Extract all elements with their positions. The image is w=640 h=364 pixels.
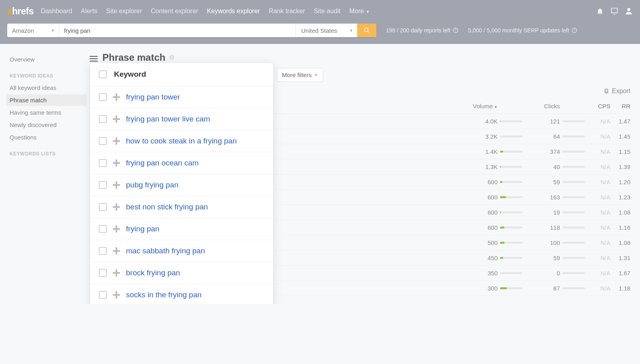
cell-clicks: 163	[524, 194, 560, 201]
search-button[interactable]	[357, 24, 376, 37]
search-box: Amazon ▼ United States ▼	[7, 24, 376, 37]
keyword-checkbox[interactable]	[99, 247, 107, 255]
user-icon[interactable]	[625, 7, 633, 15]
keyword-link[interactable]: pubg frying pan	[126, 181, 178, 189]
col-cps[interactable]: CPS	[586, 103, 610, 109]
export-button[interactable]: Export	[603, 88, 630, 95]
nav-item-more[interactable]: More ▼	[349, 8, 370, 15]
keyword-link[interactable]: frying pan	[126, 225, 159, 233]
add-keyword-button[interactable]	[112, 137, 120, 145]
keyword-checkbox[interactable]	[99, 181, 107, 189]
keyword-link[interactable]: frying pan ocean cam	[126, 159, 199, 167]
svg-text:?: ?	[574, 29, 576, 32]
cell-rr: 1.20	[610, 179, 630, 185]
nav-item-site-audit[interactable]: Site audit	[314, 8, 341, 15]
brand-logo[interactable]: ahrefs	[7, 6, 34, 17]
chevron-down-icon: ▼	[349, 28, 353, 33]
add-keyword-button[interactable]	[112, 93, 120, 101]
keyword-checkbox[interactable]	[99, 291, 107, 299]
nav-item-content-explorer[interactable]: Content explorer	[151, 8, 198, 15]
keyword-row: brock frying pan	[90, 262, 273, 284]
keyword-link[interactable]: brock frying pan	[126, 269, 180, 277]
sidebar-item-questions[interactable]: Questions	[6, 131, 86, 143]
cell-clicks: 118	[524, 224, 560, 231]
col-clicks[interactable]: Clicks	[524, 103, 560, 109]
bell-icon[interactable]	[596, 7, 604, 15]
keyword-checkbox[interactable]	[99, 203, 107, 211]
engine-select[interactable]: Amazon ▼	[7, 24, 59, 37]
nav-item-alerts[interactable]: Alerts	[81, 8, 97, 15]
help-icon[interactable]: ?	[453, 28, 458, 33]
clicks-bar	[562, 181, 585, 183]
content-area: Phrase match ? More filters ▼ Export Vol…	[86, 44, 640, 304]
keyword-link[interactable]: frying pan tower live cam	[126, 115, 210, 123]
keyword-link[interactable]: best non stick frying pan	[126, 203, 208, 211]
keyword-row: frying pan	[90, 218, 273, 240]
nav-item-dashboard[interactable]: Dashboard	[41, 8, 72, 15]
page-title: Phrase match ?	[102, 52, 175, 63]
sidebar-item-all-keyword-ideas[interactable]: All keyword ideas	[6, 82, 86, 93]
usage-daily: 199 / 200 daily reports left ?	[386, 27, 458, 34]
top-nav: DashboardAlertsSite explorerContent expl…	[41, 8, 596, 15]
sidebar-item-overview[interactable]: Overview	[6, 54, 86, 65]
volume-bar	[500, 272, 522, 274]
hamburger-icon[interactable]	[90, 54, 98, 61]
add-keyword-button[interactable]	[112, 247, 120, 255]
monitor-icon[interactable]	[610, 7, 618, 15]
keyword-checkbox[interactable]	[99, 269, 107, 277]
cell-volume: 500	[462, 239, 498, 246]
add-keyword-button[interactable]	[112, 291, 120, 299]
keyword-checkbox[interactable]	[99, 115, 107, 123]
sidebar-item-phrase-match[interactable]: Phrase match	[6, 94, 86, 106]
keyword-link[interactable]: how to cook steak in a frying pan	[126, 137, 237, 145]
keyword-row: how to cook steak in a frying pan	[90, 130, 273, 152]
keyword-row: frying pan tower	[90, 86, 273, 108]
volume-bar	[500, 242, 522, 244]
sidebar-item-having-same-terms[interactable]: Having same terms	[6, 107, 86, 118]
keyword-checkbox[interactable]	[99, 225, 107, 233]
cell-volume: 600	[462, 194, 498, 201]
add-keyword-button[interactable]	[112, 203, 120, 211]
keyword-checkbox[interactable]	[99, 93, 107, 101]
usage-monthly: 5,000 / 5,000 monthly SERP updates left …	[468, 27, 577, 34]
country-select[interactable]: United States ▼	[295, 24, 357, 37]
keyword-row: best non stick frying pan	[90, 196, 273, 218]
add-keyword-button[interactable]	[112, 225, 120, 233]
add-keyword-button[interactable]	[112, 181, 120, 189]
add-keyword-button[interactable]	[112, 159, 120, 167]
more-filters-button[interactable]: More filters ▼	[277, 68, 323, 82]
keyword-checkbox[interactable]	[99, 137, 107, 145]
page-header: Phrase match ?	[90, 52, 634, 63]
more-filters-label: More filters	[282, 72, 312, 78]
cell-cps: N/A	[586, 209, 610, 216]
select-all-checkbox[interactable]	[99, 70, 107, 78]
add-keyword-button[interactable]	[112, 269, 120, 277]
help-icon[interactable]: ?	[169, 54, 175, 60]
sort-desc-icon: ▼	[494, 105, 498, 109]
nav-item-site-explorer[interactable]: Site explorer	[106, 8, 142, 15]
help-icon[interactable]: ?	[572, 28, 577, 33]
cell-clicks: 64	[524, 133, 560, 140]
cell-cps: N/A	[586, 255, 610, 261]
cell-clicks: 40	[524, 163, 560, 170]
keyword-link[interactable]: frying pan tower	[126, 93, 180, 101]
add-keyword-button[interactable]	[112, 115, 120, 123]
sidebar-heading-lists: KEYWORDS LISTS	[6, 144, 86, 160]
keyword-link[interactable]: socks in the frying pan	[126, 290, 202, 299]
cell-cps: N/A	[586, 133, 610, 140]
clicks-bar	[562, 227, 585, 229]
col-rr[interactable]: RR	[610, 103, 630, 109]
clicks-bar	[562, 242, 585, 244]
nav-item-keywords-explorer[interactable]: Keywords explorer	[207, 8, 260, 15]
col-volume[interactable]: Volume▼	[462, 103, 498, 109]
nav-item-rank-tracker[interactable]: Rank tracker	[269, 8, 305, 15]
export-label: Export	[612, 88, 630, 95]
cell-cps: N/A	[586, 179, 610, 185]
keyword-link[interactable]: mac sabbath frying pan	[126, 247, 205, 255]
search-input[interactable]	[59, 24, 295, 37]
clicks-bar	[562, 120, 585, 122]
top-nav-bar: ahrefs DashboardAlertsSite explorerConte…	[0, 0, 640, 22]
sidebar-item-newly-discovered[interactable]: Newly discovered	[6, 119, 86, 131]
keyword-checkbox[interactable]	[99, 159, 107, 167]
cell-rr: 1.39	[610, 163, 630, 170]
